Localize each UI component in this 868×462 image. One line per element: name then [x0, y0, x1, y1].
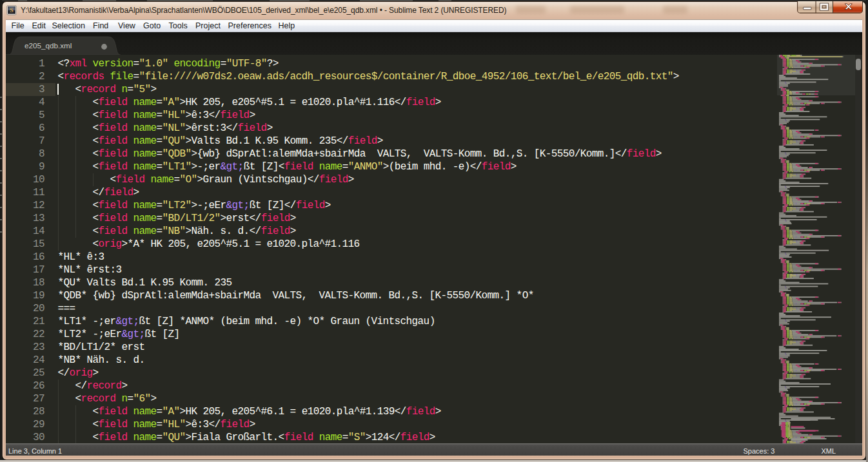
svg-text:S: S [10, 7, 14, 14]
svg-text:e205_qdb.xml: e205_qdb.xml [25, 41, 72, 50]
